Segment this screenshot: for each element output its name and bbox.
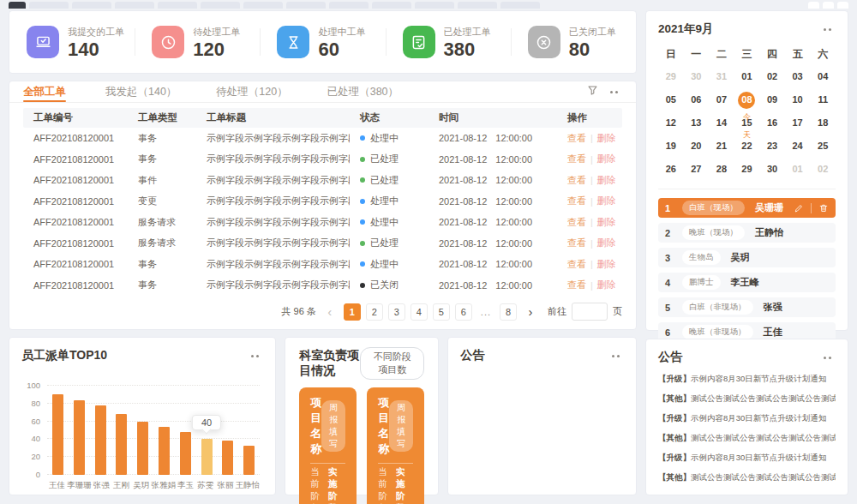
calendar-date[interactable]: 26 [658,160,684,178]
calendar-date[interactable]: 11 [810,91,836,109]
shift-row[interactable]: 2 晚班（现场） 王静怡 [658,223,836,243]
workorders-tab[interactable]: 已处理（380） [327,81,399,102]
calendar-date[interactable]: 05 [658,91,684,109]
calendar-date[interactable]: 24 [785,137,811,155]
calendar-date[interactable]: 01 [785,160,811,178]
bar-王佳[interactable] [47,386,69,475]
calendar-date[interactable]: 23 [759,137,785,155]
calendar-date[interactable]: 10 [785,91,811,109]
delete-link[interactable]: 删除 [597,237,616,249]
page-button[interactable]: 1 [344,303,361,321]
edit-icon[interactable] [794,203,804,213]
view-link[interactable]: 查看 [567,237,586,249]
page-button[interactable]: 4 [411,303,428,321]
view-link[interactable]: 查看 [567,132,586,145]
browser-control[interactable] [808,2,819,9]
bar-张雅娟[interactable] [153,386,175,475]
calendar-date[interactable]: 30 [684,68,710,86]
browser-tab[interactable] [158,2,197,9]
stage-count-button[interactable]: 不同阶段项目数 [360,347,424,380]
calendar-date[interactable]: 20 [684,137,710,155]
calendar-date[interactable]: 15 [734,114,760,132]
shift-row[interactable]: 1 白班（现场） 吴珊珊 [658,198,836,218]
calendar-date[interactable]: 22 [734,137,760,155]
bar-李珊珊[interactable] [69,386,90,475]
browser-tab[interactable] [29,2,69,9]
view-link[interactable]: 查看 [567,195,586,207]
more-icon[interactable] [824,351,836,363]
calendar-date[interactable]: 08今天 [734,91,760,109]
calendar-date[interactable]: 02 [810,160,836,178]
weekly-report-badge[interactable]: 周报填写 [389,400,413,452]
browser-tab[interactable] [201,2,240,9]
calendar-date[interactable]: 31 [709,68,734,86]
workorders-tab[interactable]: 全部工单 [23,81,66,102]
view-link[interactable]: 查看 [567,258,586,271]
delete-link[interactable]: 删除 [597,132,616,145]
calendar-date[interactable]: 27 [684,160,710,178]
page-button[interactable]: 5 [433,303,450,321]
calendar-date[interactable]: 30 [759,160,785,178]
calendar-date[interactable]: 07 [709,91,734,109]
calendar-date[interactable]: 28 [709,160,734,178]
calendar-date[interactable]: 19 [658,137,684,155]
page-button[interactable]: 8 [500,303,517,321]
delete-link[interactable]: 删除 [597,174,616,187]
calendar-date[interactable]: 25 [810,137,836,155]
view-link[interactable]: 查看 [567,174,586,187]
notice-item[interactable]: 【升级】示例内容8月30日新节点升级计划通知 [658,374,836,385]
calendar-date[interactable]: 29 [734,160,760,178]
calendar-date[interactable]: 04 [810,68,836,86]
browser-tab[interactable] [500,2,540,9]
calendar-date[interactable]: 14 [709,114,734,132]
calendar-date[interactable]: 13 [684,114,710,132]
shift-row[interactable]: 4 鹏博士 李王峰 [658,273,836,292]
workorders-tab[interactable]: 我发起（140） [105,81,177,102]
calendar-date[interactable]: 06 [684,91,710,109]
browser-tab[interactable] [72,2,111,9]
shift-row[interactable]: 5 白班（非现场） 张强 [658,297,836,317]
delete-link[interactable]: 删除 [597,153,616,165]
notice-item[interactable]: 【其他】测试公告测试公告测试公告测试公告测试公告 [658,393,836,405]
calendar-date[interactable]: 09 [759,91,785,109]
browser-tab-active[interactable] [9,2,26,9]
browser-tab[interactable] [415,2,454,9]
next-page-button[interactable] [522,303,539,321]
browser-tab[interactable] [329,2,369,9]
notice-item[interactable]: 【升级】示例内容8月30日新节点升级计划通知 [658,453,836,464]
view-link[interactable]: 查看 [567,279,586,291]
view-link[interactable]: 查看 [567,216,586,229]
calendar-date[interactable]: 18 [810,114,836,132]
calendar-date[interactable]: 01 [734,68,760,86]
delete-link[interactable]: 删除 [597,216,616,229]
bar-苏雯[interactable]: 40 [196,386,218,475]
calendar-date[interactable]: 12 [658,114,684,132]
more-icon[interactable] [251,350,263,362]
delete-link[interactable]: 删除 [597,195,616,207]
calendar-date[interactable]: 21 [709,137,734,155]
bar-张强[interactable] [90,386,111,475]
calendar-date[interactable]: 17 [785,114,811,132]
browser-control[interactable] [837,2,848,9]
page-button[interactable]: 2 [366,303,383,321]
browser-tab[interactable] [243,2,283,9]
filter-icon[interactable] [587,85,598,99]
browser-tab[interactable] [458,2,497,9]
bar-吴玥[interactable] [132,386,153,475]
weekly-report-badge[interactable]: 周报填写 [321,400,345,452]
bar-张丽[interactable] [218,386,239,475]
notice-item[interactable]: 【其他】测试公告测试公告测试公告测试公告测试公告 [658,472,836,483]
calendar-date[interactable]: 03 [785,68,811,86]
notice-item[interactable]: 【升级】示例内容8月30日新节点升级计划通知 [658,413,836,424]
calendar-date[interactable]: 29 [658,68,684,86]
bar-王静怡[interactable] [238,386,260,475]
delete-link[interactable]: 删除 [597,258,616,271]
goto-page-input[interactable] [572,303,608,321]
browser-tab[interactable] [372,2,411,9]
notice-item[interactable]: 【其他】测试公告测试公告测试公告测试公告测试公告 [658,433,836,444]
trash-icon[interactable] [818,203,829,213]
bar-王刚[interactable] [111,386,132,475]
prev-page-button[interactable] [321,303,339,321]
page-button[interactable]: 6 [455,303,472,321]
view-link[interactable]: 查看 [567,153,586,165]
